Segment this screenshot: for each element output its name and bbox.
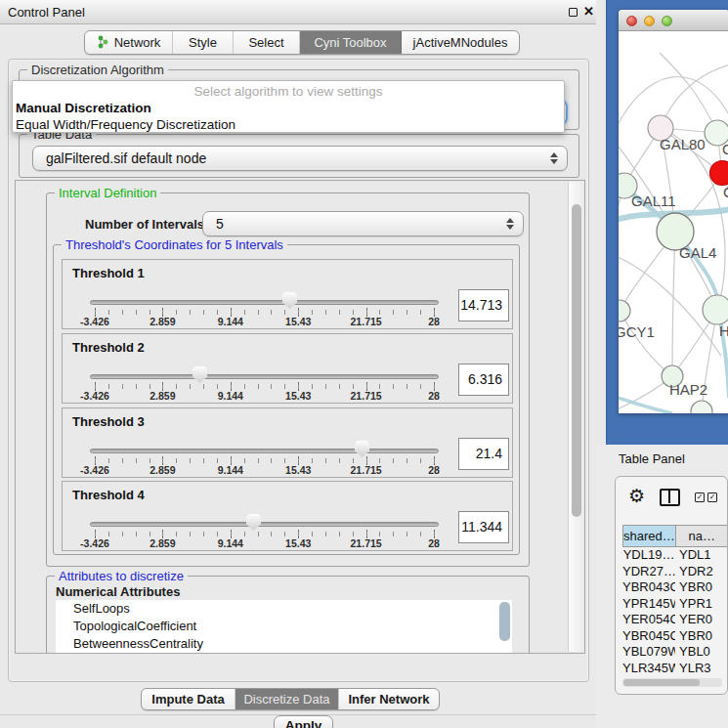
control-panel-titlebar: Control Panel ✕ xyxy=(0,0,596,24)
table-panel-box: ⚙ ✓ ✓ shared… na… YDL19…YDL1 YDR27…YDR2 … xyxy=(615,476,728,695)
settings-scrollpane: Interval Definition Number of Intervals … xyxy=(15,180,585,654)
threshold-4-value-field[interactable]: 11.344 xyxy=(458,511,509,543)
number-of-intervals-value: 5 xyxy=(216,216,224,232)
settings-scrollbar[interactable] xyxy=(568,182,583,652)
node-label-h: H xyxy=(719,322,728,339)
slider-scale-labels: -3.426 2.859 9.144 15.43 21.715 28 xyxy=(95,537,435,549)
threshold-4-box: Threshold 4 -3.426 2.859 9.144 15.43 21.… xyxy=(62,481,513,551)
table-data-combobox-value: galFiltered.sif default node xyxy=(46,150,206,166)
threshold-3-slider-track[interactable] xyxy=(90,449,439,453)
table-data-combobox[interactable]: galFiltered.sif default node xyxy=(32,146,568,171)
list-scrollbar[interactable] xyxy=(499,602,510,641)
list-item[interactable]: SelfLoops xyxy=(56,600,512,618)
close-icon[interactable]: ✕ xyxy=(583,4,594,19)
popup-option-manual-discretization[interactable]: Manual Discretization xyxy=(16,101,151,115)
table-row[interactable]: YLR345WYLR3 xyxy=(622,661,728,677)
table-panel-title: Table Panel xyxy=(619,451,685,466)
bottom-tabbar: Impute Data Discretize Data Infer Networ… xyxy=(141,688,440,710)
tab-style[interactable]: Style xyxy=(173,31,234,54)
node-label-gal11: GAL11 xyxy=(631,193,676,209)
checkbox-icon[interactable]: ✓ xyxy=(695,492,705,502)
close-traffic-light-icon[interactable] xyxy=(626,16,637,26)
table-row[interactable]: YBR043CYBR0 xyxy=(622,579,728,596)
table-row[interactable]: YPR145WYPR1 xyxy=(622,596,728,613)
threshold-2-box: Threshold 2 -3.426 2.859 9.144 15.43 21.… xyxy=(62,333,513,404)
table-horizontal-scrollbar[interactable] xyxy=(622,678,722,687)
tab-select[interactable]: Select xyxy=(234,31,300,54)
tab-network-label: Network xyxy=(114,35,161,50)
node-gcy1[interactable] xyxy=(619,300,630,321)
combo-spinner-icon xyxy=(550,152,558,164)
threshold-4-slider-thumb[interactable] xyxy=(246,514,261,531)
attributes-group-label: Attributes to discretize xyxy=(55,569,188,583)
tab-cyni-toolbox[interactable]: Cyni Toolbox xyxy=(300,31,402,54)
zoom-traffic-light-icon[interactable] xyxy=(662,16,672,26)
tab-infer-network[interactable]: Infer Network xyxy=(339,689,439,709)
checkbox-icon[interactable]: ✓ xyxy=(707,492,717,502)
gear-icon[interactable]: ⚙ xyxy=(628,485,645,507)
split-panel-icon[interactable] xyxy=(660,489,680,506)
table-panel-region: Table Panel ⚙ ✓ ✓ shared… na… YDL19…YDL1… xyxy=(596,445,728,728)
numerical-attributes-label: Numerical Attributes xyxy=(56,584,180,599)
node-bottom-partial[interactable] xyxy=(691,401,712,413)
table-row[interactable]: YBL079WYBL0 xyxy=(622,644,728,661)
threshold-1-value-field[interactable]: 14.713 xyxy=(458,289,509,321)
tab-network[interactable]: Network xyxy=(85,31,173,54)
threshold-2-label: Threshold 2 xyxy=(72,340,145,355)
network-canvas[interactable]: GAL80 G. GAL11 C GAL4 GCY1 H HAP2 xyxy=(619,31,728,413)
minimize-traffic-light-icon[interactable] xyxy=(644,16,655,26)
threshold-2-slider-track[interactable] xyxy=(90,374,439,379)
threshold-1-slider-track[interactable] xyxy=(90,300,439,305)
table-row[interactable]: YBR045CYBR0 xyxy=(622,628,728,645)
panel-title: Control Panel xyxy=(8,5,85,20)
node-h-partial[interactable] xyxy=(703,295,728,324)
tab-discretize-data[interactable]: Discretize Data xyxy=(236,689,339,709)
tab-impute-data[interactable]: Impute Data xyxy=(142,689,236,709)
apply-button[interactable]: Apply xyxy=(274,715,333,728)
threshold-3-slider-thumb[interactable] xyxy=(355,441,369,457)
network-view-frame: GAL80 G. GAL11 C GAL4 GCY1 H HAP2 xyxy=(606,0,728,445)
popup-option-equal-width-frequency[interactable]: Equal Width/Frequency Discretization xyxy=(16,117,236,132)
algorithm-dropdown-popup: Select algorithm to view settings Manual… xyxy=(12,80,565,133)
column-header-name[interactable]: na… xyxy=(676,525,728,547)
control-panel-tabbar: Network Style Select Cyni Toolbox jActiv… xyxy=(84,30,520,55)
threshold-3-value-field[interactable]: 21.4 xyxy=(458,438,509,470)
list-item[interactable]: BetweennessCentrality xyxy=(56,635,512,653)
numerical-attributes-list[interactable]: SelfLoops TopologicalCoefficient Between… xyxy=(56,600,512,654)
network-graph xyxy=(619,31,728,413)
table-row[interactable]: YDR27…YDR2 xyxy=(622,564,728,580)
float-window-icon[interactable] xyxy=(569,8,578,17)
slider-scale-labels: -3.426 2.859 9.144 15.43 21.715 28 xyxy=(95,464,435,476)
threshold-3-box: Threshold 3 -3.426 2.859 9.144 15.43 21.… xyxy=(62,407,513,478)
discretization-algorithm-group-label: Discretization Algorithm xyxy=(27,63,168,77)
thresholds-group: Threshold's Coordinates for 5 Intervals … xyxy=(53,244,520,555)
table-row[interactable]: YIL052CYIL0 xyxy=(622,676,728,677)
combo-spinner-icon xyxy=(506,218,514,230)
thresholds-group-label: Threshold's Coordinates for 5 Intervals xyxy=(62,237,287,252)
tab-jactivemnodules[interactable]: jActiveMNodules xyxy=(402,31,519,54)
slider-scale-labels: -3.426 2.859 9.144 15.43 21.715 28 xyxy=(95,316,435,327)
network-window: GAL80 G. GAL11 C GAL4 GCY1 H HAP2 xyxy=(619,10,728,413)
node-label-hap2: HAP2 xyxy=(669,381,707,398)
divider xyxy=(0,714,598,715)
tab-cyni-toolbox-label: Cyni Toolbox xyxy=(314,35,386,50)
popup-placeholder-option[interactable]: Select algorithm to view settings xyxy=(13,84,564,99)
threshold-1-slider-thumb[interactable] xyxy=(282,292,297,309)
table-data-group: Table Data galFiltered.sif default node xyxy=(19,134,579,178)
settings-scrollbar-thumb[interactable] xyxy=(572,204,581,517)
threshold-2-value-field[interactable]: 6.316 xyxy=(458,364,509,396)
node-label-g: G. xyxy=(722,141,728,157)
column-header-shared-name[interactable]: shared… xyxy=(622,525,676,547)
threshold-2-slider-thumb[interactable] xyxy=(193,366,207,383)
table-horizontal-scrollbar-thumb[interactable] xyxy=(623,679,700,686)
slider-scale-labels: -3.426 2.859 9.144 15.43 21.715 28 xyxy=(95,390,435,402)
list-item[interactable]: TopologicalCoefficient xyxy=(56,618,512,635)
table-row[interactable]: YDL19…YDL1 xyxy=(622,547,728,564)
node-red-selected[interactable] xyxy=(710,161,728,186)
interval-definition-group-label: Interval Definition xyxy=(55,186,160,200)
threshold-4-slider-track[interactable] xyxy=(90,522,439,527)
node-attribute-table: shared… na… YDL19…YDL1 YDR27…YDR2 YBR043… xyxy=(622,525,728,677)
table-header-row: shared… na… xyxy=(622,525,728,547)
table-row[interactable]: YER054CYER0 xyxy=(622,612,728,628)
number-of-intervals-combobox[interactable]: 5 xyxy=(202,211,524,236)
